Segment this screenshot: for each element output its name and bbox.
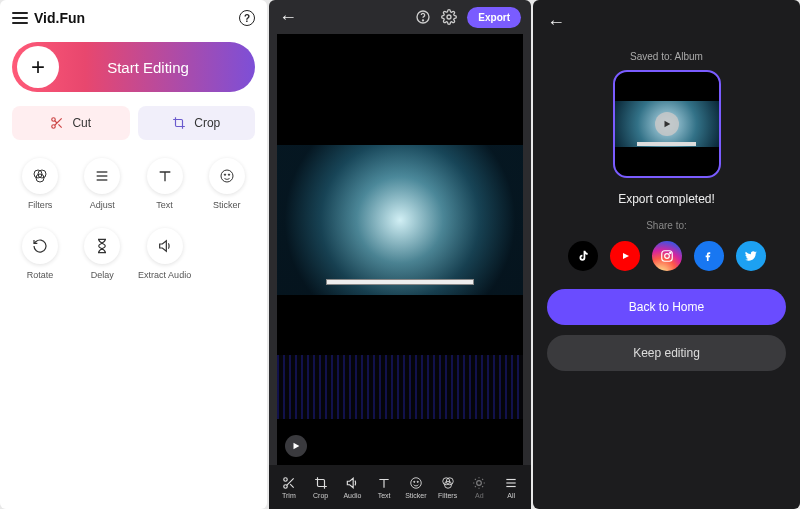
play-button[interactable] xyxy=(285,435,307,457)
svg-point-12 xyxy=(224,174,225,175)
filters-tool[interactable]: Filters xyxy=(12,158,68,210)
back-icon[interactable]: ← xyxy=(279,7,297,28)
instagram-icon[interactable] xyxy=(652,241,682,271)
svg-point-17 xyxy=(284,477,288,481)
svg-point-33 xyxy=(669,252,670,253)
cut-button[interactable]: Cut xyxy=(12,106,130,140)
video-progress-bar xyxy=(326,279,474,285)
svg-point-16 xyxy=(447,15,451,19)
crop-button[interactable]: Crop xyxy=(138,106,256,140)
extract-audio-icon xyxy=(147,228,183,264)
text-label-editor: Text xyxy=(378,492,391,499)
svg-line-4 xyxy=(55,121,57,123)
svg-point-15 xyxy=(423,20,424,21)
editor-header-right: Export xyxy=(415,7,521,28)
extract-audio-label: Extract Audio xyxy=(138,270,191,280)
cut-crop-row: Cut Crop xyxy=(12,106,255,140)
filters-label: Filters xyxy=(28,200,53,210)
svg-line-3 xyxy=(59,124,62,127)
text-icon xyxy=(147,158,183,194)
help-icon[interactable] xyxy=(415,9,431,25)
start-editing-label: Start Editing xyxy=(69,59,227,76)
extract-audio-tool[interactable]: Extract Audio xyxy=(137,228,193,280)
svg-point-22 xyxy=(414,481,415,482)
keep-editing-button[interactable]: Keep editing xyxy=(547,335,786,371)
filters-tool-editor[interactable]: Filters xyxy=(432,476,464,499)
export-button[interactable]: Export xyxy=(467,7,521,28)
all-tool[interactable]: All xyxy=(495,476,527,499)
adjust-tool-editor[interactable]: Ad xyxy=(464,476,496,499)
rotate-label: Rotate xyxy=(27,270,54,280)
home-header: Vid.Fun ? xyxy=(12,8,255,32)
scissors-icon xyxy=(50,116,64,130)
play-icon xyxy=(655,112,679,136)
svg-point-27 xyxy=(477,480,482,485)
audio-tool[interactable]: Audio xyxy=(337,476,369,499)
svg-point-23 xyxy=(417,481,418,482)
adjust-label-editor: Ad xyxy=(475,492,484,499)
settings-icon[interactable] xyxy=(441,9,457,25)
svg-line-20 xyxy=(290,484,294,488)
video-frame xyxy=(277,145,523,295)
rotate-icon xyxy=(22,228,58,264)
tiktok-icon[interactable] xyxy=(568,241,598,271)
sticker-label: Sticker xyxy=(213,200,241,210)
share-to-label: Share to: xyxy=(646,220,687,231)
editor-header: ← Export xyxy=(269,0,531,34)
svg-point-0 xyxy=(52,118,56,122)
adjust-icon xyxy=(84,158,120,194)
export-thumbnail[interactable] xyxy=(613,70,721,178)
trim-tool[interactable]: Trim xyxy=(273,476,305,499)
sticker-tool-editor[interactable]: Sticker xyxy=(400,476,432,499)
back-to-home-button[interactable]: Back to Home xyxy=(547,289,786,325)
export-panel: ← Saved to: Album Export completed! Shar… xyxy=(533,0,800,509)
text-label: Text xyxy=(156,200,173,210)
svg-point-13 xyxy=(228,174,229,175)
youtube-icon[interactable] xyxy=(610,241,640,271)
adjust-tool[interactable]: Adjust xyxy=(74,158,130,210)
back-icon[interactable]: ← xyxy=(547,12,565,33)
trim-label: Trim xyxy=(282,492,296,499)
export-header: ← xyxy=(547,8,786,37)
timeline-strip xyxy=(277,355,523,419)
filters-label-editor: Filters xyxy=(438,492,457,499)
all-label: All xyxy=(507,492,515,499)
audio-label: Audio xyxy=(343,492,361,499)
editor-toolbar: Trim Crop Audio Text Sticker Filters Ad xyxy=(269,465,531,509)
cut-label: Cut xyxy=(72,116,91,130)
text-tool-editor[interactable]: Text xyxy=(368,476,400,499)
crop-icon xyxy=(172,116,186,130)
home-panel: Vid.Fun ? + Start Editing Cut Crop Filte… xyxy=(0,0,267,509)
plus-icon: + xyxy=(17,46,59,88)
crop-label: Crop xyxy=(194,116,220,130)
crop-tool[interactable]: Crop xyxy=(305,476,337,499)
sticker-label-editor: Sticker xyxy=(405,492,426,499)
svg-point-1 xyxy=(52,125,56,129)
help-icon[interactable]: ? xyxy=(239,10,255,26)
svg-point-32 xyxy=(664,254,669,259)
svg-point-21 xyxy=(411,477,422,488)
tool-grid: Filters Adjust Text Sticker Rotate Delay… xyxy=(12,158,255,280)
thumb-progress-bar xyxy=(637,142,695,146)
adjust-label: Adjust xyxy=(90,200,115,210)
crop-label-editor: Crop xyxy=(313,492,328,499)
svg-point-11 xyxy=(221,170,233,182)
delay-icon xyxy=(84,228,120,264)
saved-to-label: Saved to: Album xyxy=(630,51,703,62)
home-header-left: Vid.Fun xyxy=(12,10,85,26)
text-tool[interactable]: Text xyxy=(137,158,193,210)
start-editing-button[interactable]: + Start Editing xyxy=(12,42,255,92)
twitter-icon[interactable] xyxy=(736,241,766,271)
video-preview[interactable] xyxy=(277,34,523,465)
facebook-icon[interactable] xyxy=(694,241,724,271)
sticker-icon xyxy=(209,158,245,194)
export-complete-label: Export completed! xyxy=(618,192,715,206)
share-row xyxy=(568,241,766,271)
editor-panel: ← Export Trim Crop Au xyxy=(269,0,531,509)
app-title: Vid.Fun xyxy=(34,10,85,26)
rotate-tool[interactable]: Rotate xyxy=(12,228,68,280)
delay-tool[interactable]: Delay xyxy=(74,228,130,280)
menu-icon[interactable] xyxy=(12,12,28,24)
sticker-tool[interactable]: Sticker xyxy=(199,158,255,210)
delay-label: Delay xyxy=(91,270,114,280)
